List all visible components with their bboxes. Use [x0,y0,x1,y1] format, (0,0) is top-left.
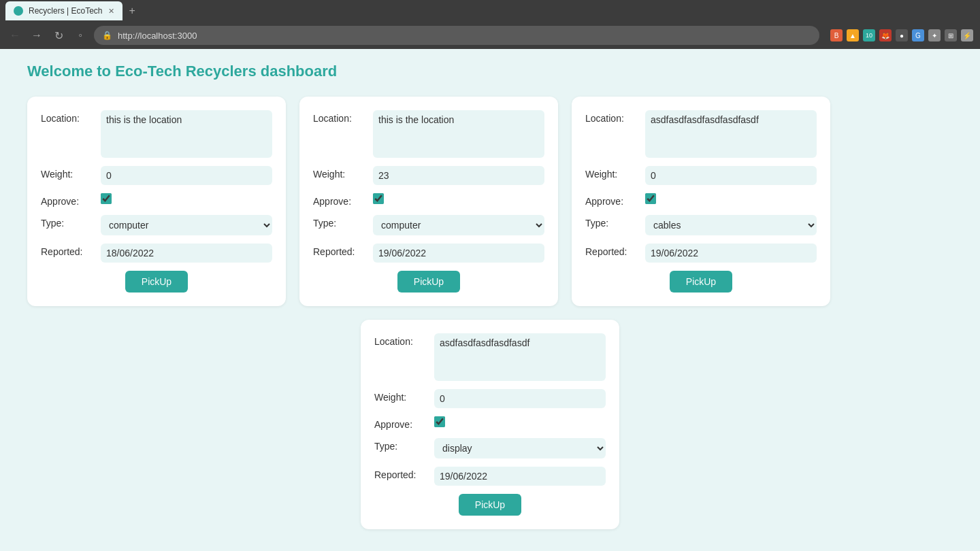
type-select-1[interactable]: computer cables display other [101,215,272,235]
pickup-button-1[interactable]: PickUp [125,271,188,293]
reported-input-2[interactable] [373,244,544,263]
pickup-button-2[interactable]: PickUp [397,271,460,293]
approve-checkbox-2[interactable] [373,193,384,204]
type-select-4[interactable]: computer cables display other [434,438,606,458]
lock-icon: 🔒 [102,31,112,40]
type-select-3[interactable]: computer cables display other [645,215,817,235]
cards-bottom-row: Location: asdfasdfasdfasdfasdf Weight: A… [27,320,953,529]
reload-button[interactable]: ↻ [50,29,67,42]
ext-icon-9[interactable]: ⚡ [961,29,973,41]
reported-field-row-2: Reported: [313,244,544,263]
type-label-3: Type: [585,215,640,229]
approve-label-4: Approve: [374,416,429,430]
type-label-1: Type: [41,215,95,229]
reported-field-row-4: Reported: [374,467,606,486]
brave-icon[interactable]: B [830,29,843,41]
home-button[interactable]: ◦ [72,29,88,41]
ext-icon-3[interactable]: 10 [863,29,875,41]
type-label-2: Type: [313,215,368,229]
approve-checkbox-1[interactable] [101,193,112,204]
reported-field-row-3: Reported: [585,244,817,263]
location-field-row-1: Location: this is the location [41,110,272,158]
weight-input-4[interactable] [434,389,606,408]
ext-icon-6[interactable]: G [912,29,924,41]
approve-label-3: Approve: [585,193,640,207]
approve-field-row-2: Approve: [313,193,544,207]
approve-field-row-3: Approve: [585,193,817,207]
ext-icon-8[interactable]: ⊞ [945,29,957,41]
cards-top-row: Location: this is the location Weight: A… [27,97,953,306]
approve-field-row-4: Approve: [374,416,606,430]
weight-field-row-4: Weight: [374,389,606,408]
page-title: Welcome to Eco-Tech Recyclers dashboard [27,63,953,80]
approve-label-2: Approve: [313,193,368,207]
recycling-card-1: Location: this is the location Weight: A… [27,97,286,306]
type-field-row-4: Type: computer cables display other [374,438,606,458]
tab-bar: Recyclers | EcoTech ✕ + [0,0,980,22]
browser-tab[interactable]: Recyclers | EcoTech ✕ [5,1,122,20]
weight-label-2: Weight: [313,166,368,180]
location-textarea-2[interactable]: this is the location [373,110,544,158]
extensions-area: B ▲ 10 🦊 ● G ✦ ⊞ ⚡ [830,29,973,41]
location-label-2: Location: [313,110,368,124]
weight-input-3[interactable] [645,166,817,185]
approve-checkbox-3[interactable] [645,193,656,204]
location-label-4: Location: [374,333,429,347]
location-textarea-1[interactable]: this is the location [101,110,272,158]
back-button[interactable]: ← [7,29,23,41]
weight-field-row-2: Weight: [313,166,544,185]
recycling-card-4: Location: asdfasdfasdfasdfasdf Weight: A… [361,320,619,529]
location-field-row-2: Location: this is the location [313,110,544,158]
type-label-4: Type: [374,438,429,452]
tab-label: Recyclers | EcoTech [29,6,103,16]
page-content: Welcome to Eco-Tech Recyclers dashboard … [0,49,980,551]
reported-label-1: Reported: [41,244,95,257]
approve-field-row-1: Approve: [41,193,272,207]
weight-label-4: Weight: [374,389,429,403]
address-bar[interactable]: 🔒 [94,26,819,45]
weight-field-row-1: Weight: [41,166,272,185]
location-field-row-3: Location: asdfasdfasdfasdfasdfasdf [585,110,817,158]
reported-label-4: Reported: [374,467,429,480]
pickup-button-3[interactable]: PickUp [670,271,732,293]
ext-icon-4[interactable]: 🦊 [879,29,892,41]
pickup-button-4[interactable]: PickUp [459,494,521,516]
reported-input-3[interactable] [645,244,817,263]
reported-label-3: Reported: [585,244,640,257]
approve-checkbox-4[interactable] [434,416,445,427]
type-field-row-1: Type: computer cables display other [41,215,272,235]
url-input[interactable] [118,31,811,41]
location-textarea-3[interactable]: asdfasdfasdfasdfasdfasdf [645,110,817,158]
weight-field-row-3: Weight: [585,166,817,185]
reported-label-2: Reported: [313,244,368,257]
nav-bar: ← → ↻ ◦ 🔒 B ▲ 10 🦊 ● G ✦ ⊞ ⚡ [0,22,980,49]
recycling-card-3: Location: asdfasdfasdfasdfasdfasdf Weigh… [572,97,830,306]
reported-field-row-1: Reported: [41,244,272,263]
ext-icon-2[interactable]: ▲ [847,29,859,41]
type-select-2[interactable]: computer cables display other [373,215,544,235]
forward-button[interactable]: → [29,29,45,41]
reported-input-1[interactable] [101,244,272,263]
new-tab-button[interactable]: + [125,5,140,17]
recycling-card-2: Location: this is the location Weight: A… [299,97,558,306]
tab-close-button[interactable]: ✕ [108,7,114,16]
type-field-row-2: Type: computer cables display other [313,215,544,235]
type-field-row-3: Type: computer cables display other [585,215,817,235]
ext-icon-5[interactable]: ● [896,29,908,41]
weight-label-1: Weight: [41,166,95,180]
ext-icon-7[interactable]: ✦ [928,29,941,41]
location-textarea-4[interactable]: asdfasdfasdfasdfasdf [434,333,606,381]
location-label-1: Location: [41,110,95,124]
location-label-3: Location: [585,110,640,124]
browser-chrome: Recyclers | EcoTech ✕ + ← → ↻ ◦ 🔒 B ▲ 10… [0,0,980,49]
approve-label-1: Approve: [41,193,95,207]
weight-input-2[interactable] [373,166,544,185]
weight-label-3: Weight: [585,166,640,180]
tab-favicon [14,6,23,16]
weight-input-1[interactable] [101,166,272,185]
reported-input-4[interactable] [434,467,606,486]
location-field-row-4: Location: asdfasdfasdfasdfasdf [374,333,606,381]
